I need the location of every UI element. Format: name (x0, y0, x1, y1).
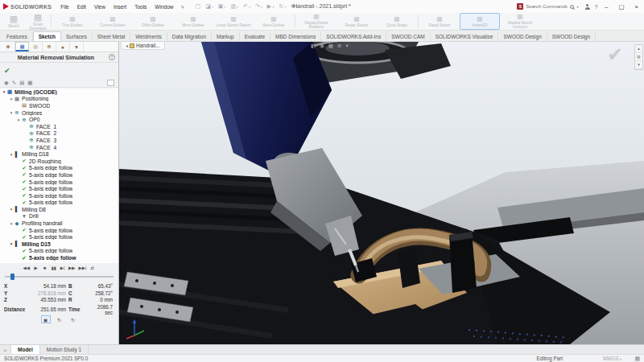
toolbar-linear-sketch-pattern-button[interactable]: ▦Linear Sketch Pattern (213, 13, 254, 30)
fast-forward-button[interactable]: ▶▶ (68, 265, 75, 271)
slider-thumb[interactable] (10, 274, 14, 280)
tree-item-5-axis-edge-follow[interactable]: ✔5-axis edge follow (0, 227, 118, 234)
back-arrow-icon[interactable]: ◂ (126, 43, 128, 48)
select-icon[interactable]: ▶▾ (265, 3, 276, 10)
pin-icon[interactable]: ✎ (177, 4, 188, 10)
save-icon[interactable]: ▣▾ (216, 3, 229, 10)
stock-display-icon[interactable]: ▤ (19, 80, 24, 86)
toolbar-shaded-sketch-contours-button[interactable]: ▦Shaded Sketch Contours (500, 13, 540, 30)
swood-cam-tab[interactable]: ▼ (70, 42, 84, 51)
tree-item-5-axis-edge-follow[interactable]: ✔5-axis edge follow (0, 192, 118, 200)
tab-data-migration[interactable]: Data Migration (167, 32, 212, 41)
toolbar-offset-entities-button[interactable]: ▦Offset Entities (133, 13, 173, 30)
tab-sketch[interactable]: Sketch (33, 31, 61, 41)
displaymanager-tab[interactable]: ● (56, 42, 70, 51)
print-icon[interactable]: ▥▾ (228, 3, 241, 10)
tab-swood-design[interactable]: SWOOD Design (498, 32, 547, 41)
collapse-tabs-icon[interactable]: « (0, 345, 11, 354)
search-caret-icon[interactable]: ▾ (576, 5, 578, 9)
tab-sheet-metal[interactable]: Sheet Metal (93, 32, 131, 41)
tree-item-5-axis-edge-follow[interactable]: ✔5-axis edge follow (0, 185, 118, 192)
section-view-button[interactable]: ↻ (68, 315, 78, 323)
tree-item-5-axis-edge-follow[interactable]: ✔5-axis edge follow (0, 171, 118, 179)
collision-check-icon[interactable]: ▦ (27, 80, 32, 86)
toolbar-instant2d-button[interactable]: ▦Instant2D (460, 13, 500, 30)
search-input[interactable] (526, 4, 568, 9)
toolbar-convert-entities-button[interactable]: ▦Convert Entities (93, 13, 133, 30)
tab-solidworks-visualize[interactable]: SOLIDWORKS Visualize (431, 32, 499, 41)
custom-toolbar-icon[interactable]: ▦ (634, 356, 640, 362)
pause-button[interactable]: ▮▮ (51, 265, 56, 271)
document-tab[interactable]: ◂ Handrail... (121, 42, 165, 50)
tree-item-5-axis-edge-follow[interactable]: ✔5-axis edge follow (0, 248, 118, 255)
expand-pane-button[interactable]: ▲ (635, 45, 642, 53)
go-to-start-button[interactable]: ◀◀ (23, 265, 30, 271)
tree-item-drill[interactable]: ▼Drill (0, 213, 118, 220)
confirmation-corner-check[interactable]: ✔ (607, 45, 623, 64)
graphics-area[interactable]: ◂ Handrail... ◧◉▦⊕▾ ✔ ▲▤▼ (119, 42, 644, 344)
pane-options-button[interactable]: ▤ (635, 53, 642, 61)
slider-track[interactable] (5, 276, 114, 278)
toolbar-quick-snaps-button[interactable]: ▦Quick Snaps (377, 13, 417, 30)
open-icon[interactable]: ◪▾ (203, 3, 216, 10)
tree-item-swood[interactable]: ▤SWOOD (0, 102, 118, 109)
tree-item-milling-gcode[interactable]: ▾▣Milling (GCODE) (0, 88, 118, 96)
menu-edit[interactable]: Edit (73, 4, 90, 10)
user-account-icon[interactable] (584, 4, 590, 10)
menu-view[interactable]: View (90, 4, 109, 10)
tree-item-milling-d18[interactable]: ▾▌Milling D18 (0, 150, 118, 158)
toolbar-rapid-sketch-button[interactable]: ▦Rapid Sketch (419, 13, 460, 30)
dropdown-caret-icon[interactable]: ▾ (261, 5, 262, 9)
refresh-stock-button[interactable]: ↻ (55, 315, 64, 323)
simulate-mode-icon[interactable]: ◉ (4, 80, 9, 86)
tree-item-milling-d15[interactable]: ▾▌Milling D15 (0, 241, 118, 248)
dropdown-caret-icon[interactable]: ▾ (272, 5, 274, 9)
maximize-button[interactable]: ▢ (616, 3, 628, 10)
3d-viewport[interactable] (119, 42, 644, 344)
toolbar-move-entities-button[interactable]: ▦Move Entities (254, 13, 294, 30)
new-icon[interactable]: ▢ (193, 3, 204, 10)
configurationmanager-tab[interactable]: ◎ (29, 42, 43, 51)
toolbar-repair-sketch-button[interactable]: ▦Repair Sketch (336, 13, 377, 30)
rebuild-icon[interactable]: ↻▾ (276, 3, 288, 10)
tree-item-face-1[interactable]: ⊕FACE_1 (0, 123, 118, 130)
tree-item-5-axis-edge-follow[interactable]: ✔5-axis edge follow (0, 200, 118, 207)
tab-solidworks-add-ins[interactable]: SOLIDWORKS Add-Ins (321, 32, 386, 41)
zoom-fit-icon[interactable]: ◧ (311, 43, 316, 49)
tree-item-5-axis-edge-follow[interactable]: ✔5-axis edge follow (0, 165, 118, 172)
filter-box[interactable] (107, 80, 114, 86)
tree-item-face-3[interactable]: ⊕FACE_3 (0, 137, 118, 144)
stop-button[interactable]: ■ (42, 265, 47, 271)
stock-display-button[interactable]: ▣ (41, 315, 51, 323)
tab-model[interactable]: Model (11, 345, 40, 354)
dropdown-caret-icon[interactable]: ▾ (249, 5, 250, 9)
toolbar-trim-entities-button[interactable]: ▦Trim Entities (52, 13, 93, 30)
propertymanager-tab[interactable]: ▦ (15, 42, 29, 51)
toolbar-display-delete-relations-button[interactable]: ▦Display/Delete Relations (296, 13, 336, 30)
tab-surfaces[interactable]: Surfaces (61, 32, 93, 41)
tree-item-profiling-handrail[interactable]: ▾◆Profiling handrail (0, 220, 118, 227)
menu-window[interactable]: Window (151, 4, 177, 10)
units-selector[interactable]: MMGS ▾ (603, 356, 621, 361)
view-settings-icon[interactable]: ▾ (345, 43, 348, 49)
menu-insert[interactable]: Insert (109, 4, 130, 10)
help-icon[interactable]: ? (594, 4, 597, 10)
menu-file[interactable]: File (56, 4, 72, 10)
go-to-end-button[interactable]: ▶▶| (79, 265, 87, 271)
dimxpertmanager-tab[interactable]: ⊕ (43, 42, 56, 51)
menu-tools[interactable]: Tools (130, 4, 151, 10)
tab-swood-design[interactable]: SWOOD Design (547, 32, 596, 41)
dropdown-caret-icon[interactable]: ▾ (224, 5, 225, 9)
step-forward-button[interactable]: ▶| (60, 265, 65, 271)
tab-markup[interactable]: Markup (212, 32, 240, 41)
tab-features[interactable]: Features (2, 32, 33, 41)
tree-item-5-axis-edge-follow[interactable]: ✔5-axis edge follow (0, 233, 118, 241)
tab-swood-cam[interactable]: SWOOD CAM (386, 32, 431, 41)
tree-item-5-axis-edge-follow[interactable]: ✔5-axis edge follow (0, 179, 118, 186)
play-button[interactable]: ▶ (33, 265, 39, 271)
collapse-pane-button[interactable]: ▼ (635, 61, 642, 69)
tree-item-positioning[interactable]: ▾▦Positioning (0, 96, 118, 103)
tree-item-face-4[interactable]: ⊕FACE_4 (0, 144, 118, 151)
dropdown-caret-icon[interactable]: ▾ (237, 5, 238, 9)
toolbar-smart-dimension-button[interactable]: ▦Smart Dimension (26, 13, 50, 30)
